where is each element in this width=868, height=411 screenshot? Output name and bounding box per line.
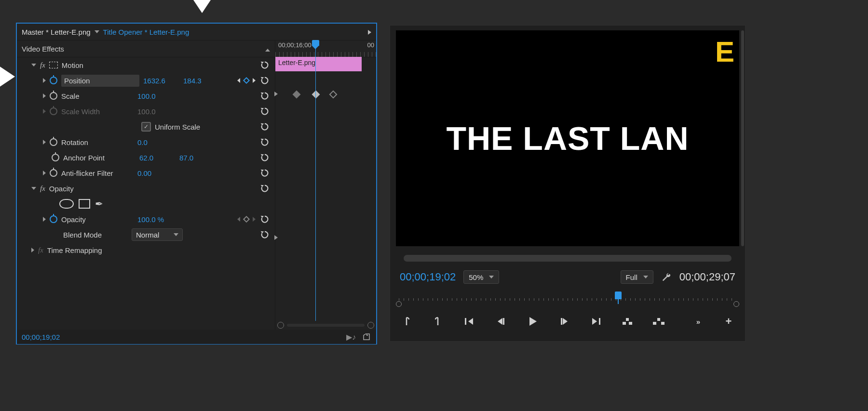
motion-effect-row[interactable]: fx Motion: [17, 57, 275, 73]
position-label[interactable]: Position: [61, 75, 139, 87]
monitor-playhead[interactable]: [615, 292, 622, 299]
ellipse-mask-icon[interactable]: [59, 199, 74, 209]
reset-icon[interactable]: [259, 214, 270, 225]
anchor-y-value[interactable]: 87.0: [179, 154, 216, 162]
keyframe-marker[interactable]: [312, 91, 320, 99]
mini-timeline-ruler[interactable]: 00;00;16;00 00: [275, 40, 376, 57]
reset-icon[interactable]: [259, 75, 270, 86]
opacity-effect-row[interactable]: fx Opacity: [17, 181, 275, 196]
chevron-right-icon[interactable]: [31, 248, 34, 252]
reset-icon[interactable]: [259, 229, 270, 240]
callout-pointer-left: [0, 65, 15, 88]
stopwatch-icon[interactable]: [50, 138, 57, 146]
ruler-cap-right[interactable]: [733, 301, 739, 307]
chevron-down-icon[interactable]: [31, 187, 36, 190]
zoom-handle-right[interactable]: [367, 322, 374, 329]
anti-flicker-value[interactable]: 0.00: [137, 169, 174, 177]
sequence-clip-crumb[interactable]: Title Opener * Letter-E.png: [103, 28, 190, 36]
go-to-out-button[interactable]: [588, 315, 603, 328]
add-keyframe-icon[interactable]: [243, 216, 250, 223]
stopwatch-icon[interactable]: [52, 154, 59, 161]
reset-icon[interactable]: [259, 60, 270, 70]
chevron-down-icon[interactable]: [95, 30, 99, 33]
rectangle-mask-icon[interactable]: [79, 199, 90, 209]
keyframe-marker[interactable]: [329, 91, 338, 99]
mark-in-button[interactable]: [399, 315, 414, 328]
reset-icon[interactable]: [259, 121, 270, 132]
opacity-value[interactable]: 100.0 %: [137, 215, 195, 224]
stopwatch-icon[interactable]: [50, 77, 57, 84]
ruler-cap-left[interactable]: [396, 301, 402, 307]
position-x-value[interactable]: 1632.6: [143, 77, 179, 85]
chevron-right-icon[interactable]: [43, 93, 46, 98]
next-keyframe-icon[interactable]: [253, 78, 256, 83]
mini-clip-bar[interactable]: Letter-E.png: [275, 57, 362, 71]
play-button[interactable]: [525, 315, 541, 328]
reset-icon[interactable]: [259, 152, 270, 163]
button-editor-more[interactable]: »: [690, 315, 705, 328]
anchor-x-value[interactable]: 62.0: [139, 154, 176, 162]
reset-icon[interactable]: [259, 168, 270, 178]
reset-icon[interactable]: [259, 106, 270, 117]
pen-mask-icon[interactable]: ✒: [95, 198, 103, 210]
chevron-right-icon[interactable]: [43, 171, 46, 175]
rotation-value[interactable]: 0.0: [137, 138, 174, 146]
collapse-up-icon[interactable]: [265, 45, 270, 53]
prev-keyframe-icon[interactable]: [237, 217, 240, 222]
effect-controls-header: Master * Letter-E.png Title Opener * Let…: [17, 24, 376, 40]
opacity-keyframe-lane[interactable]: [275, 231, 376, 247]
go-to-in-button[interactable]: [462, 315, 477, 328]
monitor-time-ruler[interactable]: [399, 292, 736, 306]
reset-icon[interactable]: [259, 183, 270, 194]
fx-badge-icon[interactable]: fx: [40, 61, 45, 69]
zoom-handle-left[interactable]: [277, 322, 284, 329]
fx-badge-icon[interactable]: fx: [40, 185, 45, 193]
effect-controls-timeline[interactable]: 00;00;16;00 00 Letter-E.png: [275, 40, 376, 330]
current-timecode[interactable]: 00;00;19;02: [400, 271, 456, 283]
transport-controls: » +: [399, 311, 736, 332]
step-forward-button[interactable]: [556, 315, 572, 328]
time-remapping-row[interactable]: fx Time Remapping: [17, 242, 275, 258]
play-only-icon[interactable]: [368, 28, 371, 36]
lift-button[interactable]: [620, 315, 635, 328]
stopwatch-icon[interactable]: [50, 92, 57, 100]
export-frame-icon[interactable]: [362, 332, 371, 341]
prev-keyframe-icon[interactable]: [237, 78, 240, 83]
transform-bounds-icon[interactable]: [49, 62, 58, 68]
chevron-right-icon[interactable]: [43, 217, 46, 222]
position-keyframe-lane[interactable]: [275, 88, 376, 103]
next-keyframe-icon[interactable]: [253, 217, 256, 222]
uniform-scale-checkbox[interactable]: [141, 122, 151, 132]
position-y-value[interactable]: 184.3: [183, 77, 219, 85]
mark-out-button[interactable]: [430, 315, 446, 328]
step-back-button[interactable]: [493, 315, 509, 328]
add-button[interactable]: +: [721, 315, 736, 328]
add-keyframe-icon[interactable]: [243, 77, 250, 84]
mini-timeline-zoom[interactable]: [275, 321, 376, 330]
video-effects-heading[interactable]: Video Effects: [17, 40, 275, 57]
footer-timecode[interactable]: 00;00;19;02: [22, 333, 60, 341]
chevron-down-icon[interactable]: [31, 64, 36, 66]
chevron-right-icon[interactable]: [43, 78, 46, 83]
master-clip-crumb[interactable]: Master * Letter-E.png: [22, 28, 91, 36]
monitor-scrollbar[interactable]: [741, 30, 744, 246]
stopwatch-icon[interactable]: [50, 169, 57, 177]
scale-row: Scale 100.0: [17, 88, 275, 104]
anti-flicker-row: Anti-flicker Filter 0.00: [17, 165, 275, 181]
fx-badge-icon[interactable]: fx: [38, 246, 43, 254]
resolution-select[interactable]: Full: [621, 270, 653, 284]
lane-caret-icon: [274, 235, 278, 240]
loop-playback-icon[interactable]: ▶♪: [346, 332, 356, 342]
chevron-right-icon[interactable]: [43, 140, 46, 145]
reset-icon[interactable]: [259, 137, 270, 147]
mini-playhead[interactable]: [315, 40, 316, 321]
program-monitor-view[interactable]: THE LAST LAN E: [396, 30, 739, 246]
keyframe-marker[interactable]: [293, 91, 301, 99]
scale-value[interactable]: 100.0: [137, 92, 174, 100]
settings-wrench-icon[interactable]: [661, 272, 672, 282]
stopwatch-icon[interactable]: [50, 215, 57, 223]
zoom-select[interactable]: 50%: [463, 270, 499, 284]
reset-icon[interactable]: [259, 91, 270, 101]
blend-mode-select[interactable]: Normal: [132, 228, 183, 241]
extract-button[interactable]: [651, 315, 666, 328]
